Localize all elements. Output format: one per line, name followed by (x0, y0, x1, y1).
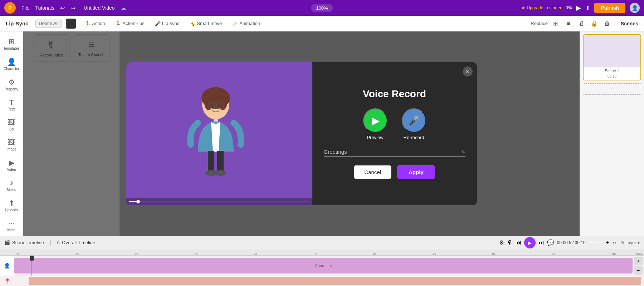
expand-icon[interactable]: ↔ (612, 240, 618, 246)
track-remove-button[interactable]: − (634, 266, 643, 275)
zoom-button[interactable]: 100% (311, 4, 333, 12)
replace-button[interactable]: Replace (531, 21, 548, 26)
sidebar-item-uploads[interactable]: ⬆ Uploads (0, 196, 23, 215)
needle-head (30, 256, 34, 261)
sidebar-item-music[interactable]: ♪ Music (0, 176, 23, 194)
timeline: 🎬 Scene Timeline | ⎌ Overall Timeline ⚙ … (0, 236, 644, 286)
tab-lipsync[interactable]: 🎤 Lip-sync (150, 19, 184, 29)
tab-lipsync-label: Lip-sync (162, 21, 179, 26)
star-icon: ★ (521, 5, 525, 10)
upgrade-button[interactable]: ★ Upgrade to starter (521, 5, 561, 10)
list-view-icon[interactable]: ≡ (564, 19, 574, 29)
apply-button[interactable]: Apply (397, 165, 435, 179)
tab-actionplus[interactable]: 🏃 ActionPlus (111, 19, 148, 29)
lipsync-icon: 🎤 (155, 21, 161, 26)
text-input-row: ✎ (324, 149, 465, 157)
second-bar: Lip-Sync Delete All 🏃 Action 🏃 ActionPlu… (0, 16, 644, 31)
layer-label: Layer (625, 240, 636, 245)
timeline-body: 0s 1s 2s 3s 4s 5s 6s 7s 8s 9s 10s Time 👤 (0, 249, 644, 286)
character-track-bar[interactable]: Character (14, 258, 633, 273)
ruler-9s: 9s (552, 252, 555, 256)
cancel-button[interactable]: Cancel (354, 165, 391, 179)
skip-back-icon[interactable]: ⏮ (516, 240, 521, 246)
character-svg (126, 62, 312, 191)
second-track-bar[interactable] (29, 277, 641, 285)
character-label: Character (4, 67, 19, 71)
play-button-timeline[interactable]: ▶ (524, 237, 536, 248)
tab-action[interactable]: 🏃 Action (80, 19, 109, 29)
trash-icon[interactable]: 🗑 (602, 19, 612, 29)
menu-file[interactable]: File (21, 5, 30, 11)
ruler-time: Time (635, 252, 643, 256)
grid-view-icon[interactable]: ⊞ (551, 19, 561, 29)
track-side-controls: + − (633, 256, 644, 275)
rerecord-button[interactable]: 🎤 (402, 108, 426, 133)
mic-icon: 🎤 (408, 115, 420, 126)
scene-timeline-icon: 🎬 (4, 240, 10, 245)
ruler-1s: 1s (75, 252, 79, 256)
video-icon: ▶ (9, 158, 14, 167)
top-bar-menu: File Tutorials (21, 5, 54, 11)
more-icon: ··· (9, 219, 15, 227)
menu-tutorials[interactable]: Tutorials (35, 5, 54, 11)
skip-forward-icon[interactable]: ⏭ (538, 240, 544, 246)
sidebar-item-character[interactable]: 👤 Character (0, 55, 23, 74)
scene-timeline-label: 🎬 Scene Timeline (4, 240, 44, 245)
lock-icon[interactable]: 🔒 (589, 19, 599, 29)
sidebar-item-more[interactable]: ··· More (0, 216, 23, 235)
timeline-controls: ⚙ 🎙 ⏮ ▶ ⏭ 💬 00:00.5 / 00:10 — — + ↔ ⊕ La… (499, 237, 640, 248)
sidebar-item-property[interactable]: ⚙ Property (0, 75, 23, 94)
uploads-icon: ⬆ (9, 199, 15, 207)
scene-card[interactable]: Scene 1 00:10 (583, 34, 641, 80)
scene-time: 00:10 (584, 74, 640, 80)
caption-icon[interactable]: 💬 (547, 239, 554, 246)
ruler-2s: 2s (135, 252, 138, 256)
percentage-icon: 0% (566, 5, 572, 10)
play-icon[interactable]: ▶ (576, 4, 581, 12)
color-swatch[interactable] (66, 19, 76, 29)
ruler-7s: 7s (433, 252, 436, 256)
add-scene-button[interactable]: + (583, 83, 641, 95)
sidebar-item-text[interactable]: T Text (0, 95, 23, 114)
top-bar: P File Tutorials ↩ ↪ Untitled Video ☁ 10… (0, 0, 644, 16)
sidebar-item-bg[interactable]: 🖼 Bg (0, 115, 23, 134)
right-panel: Scene 1 00:10 + (580, 31, 644, 236)
share-icon[interactable]: ⬆ (585, 5, 590, 11)
track-add-button[interactable]: + (634, 257, 643, 265)
avatar[interactable]: 👤 (630, 3, 640, 13)
tab-animation[interactable]: ✨ Animation (228, 19, 264, 29)
zoom-minus-icon[interactable]: — (589, 240, 594, 246)
app-logo[interactable]: P (4, 2, 16, 14)
voice-text-input[interactable] (324, 149, 461, 155)
image-label: Image (6, 147, 16, 151)
preview-button[interactable]: ▶ (363, 108, 387, 133)
video-progress-bar[interactable] (126, 198, 312, 205)
music-icon: ♪ (10, 179, 13, 187)
sidebar-item-image[interactable]: 🖼 Image (0, 135, 23, 154)
svg-point-11 (215, 170, 226, 176)
time-display: 00:00.5 / 00:10 (557, 240, 586, 245)
voice-icon[interactable]: 🎙 (507, 240, 513, 246)
delete-all-button[interactable]: Delete All (35, 19, 62, 28)
print-icon[interactable]: 🖨 (576, 19, 586, 29)
edit-icon[interactable]: ✎ (461, 149, 465, 155)
undo-icon[interactable]: ↩ (60, 5, 65, 11)
publish-button[interactable]: Publish (594, 3, 625, 13)
character-track-label: Character (315, 263, 332, 268)
modal-close-button[interactable]: × (463, 66, 473, 77)
video-label: Video (7, 168, 16, 172)
property-icon: ⚙ (8, 78, 15, 87)
tab-smartmove[interactable]: 🤸 Smart move (185, 19, 226, 29)
timeline-header: 🎬 Scene Timeline | ⎌ Overall Timeline ⚙ … (0, 236, 644, 249)
sidebar-item-video[interactable]: ▶ Video (0, 156, 23, 174)
settings-icon[interactable]: ⚙ (499, 239, 504, 246)
top-bar-right: ★ Upgrade to starter 0% ▶ ⬆ Publish 👤 (521, 3, 640, 13)
zoom-plus-icon[interactable]: + (606, 240, 609, 246)
sidebar-item-templates[interactable]: ⊞ Templates (0, 34, 23, 53)
ruler-10s: 10s (611, 252, 616, 256)
timeline-needle[interactable] (31, 256, 32, 276)
redo-icon[interactable]: ↪ (70, 5, 75, 11)
tab-actionplus-label: ActionPlus (122, 21, 144, 26)
cloud-sync-icon: ☁ (121, 5, 126, 11)
layer-panel[interactable]: ⊕ Layer ▾ (620, 240, 640, 245)
